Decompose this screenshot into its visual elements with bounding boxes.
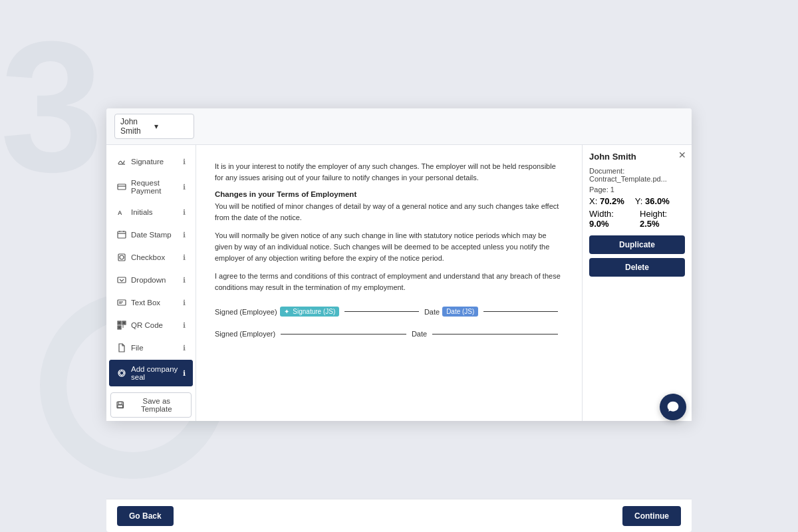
sig-badge-employee[interactable]: ✦ Signature (JS) bbox=[280, 307, 340, 317]
sidebar-item-qr-code[interactable]: QR Code ℹ bbox=[109, 315, 193, 336]
save-template-label: Save as Template bbox=[128, 397, 186, 413]
sidebar-item-company-seal[interactable]: Add company seal ℹ bbox=[109, 360, 193, 386]
doc-section-heading: Changes in your Terms of Employment bbox=[215, 190, 563, 198]
sig-star-icon: ✦ bbox=[284, 308, 289, 315]
info-icon-file: ℹ bbox=[183, 344, 186, 352]
date-line-employer bbox=[432, 334, 558, 334]
svg-point-23 bbox=[120, 371, 124, 375]
sig-line-employer bbox=[281, 334, 406, 334]
info-icon-qr: ℹ bbox=[183, 321, 186, 330]
doc-para2: You will normally be given notice of any… bbox=[215, 230, 563, 264]
svg-rect-1 bbox=[118, 184, 126, 190]
panel-y-label: Y: 36.0% bbox=[635, 196, 670, 206]
panel-dims: Width: 9.0%Height: 2.5% bbox=[589, 209, 685, 229]
panel-coords: X: 70.2%Y: 36.0% bbox=[589, 196, 685, 206]
info-icon-dropdown: ℹ bbox=[183, 276, 186, 285]
sidebar-item-date-stamp[interactable]: Date Stamp ℹ bbox=[109, 224, 193, 245]
date-badge-label: Date (JS) bbox=[446, 308, 474, 315]
toolbar: John Smith ▾ bbox=[106, 108, 692, 145]
continue-button[interactable]: Continue bbox=[622, 506, 681, 526]
initials-icon: A bbox=[116, 207, 127, 217]
date-label-2: Date bbox=[412, 330, 427, 338]
sidebar-item-checkbox-label: Checkbox bbox=[131, 253, 182, 261]
sidebar-item-dropdown[interactable]: Dropdown ℹ bbox=[109, 269, 193, 291]
sig-line-employee bbox=[344, 311, 419, 312]
svg-rect-11 bbox=[118, 300, 126, 305]
duplicate-button[interactable]: Duplicate bbox=[589, 235, 685, 254]
sidebar-item-text-box[interactable]: Text Box ℹ bbox=[109, 292, 193, 313]
sidebar-item-signature[interactable]: Signature ℹ bbox=[109, 151, 193, 172]
panel-height-label: Height: 2.5% bbox=[640, 209, 685, 229]
date-label-1: Date bbox=[424, 308, 440, 316]
sidebar-item-file-label: File bbox=[131, 344, 182, 352]
chat-icon bbox=[666, 400, 680, 414]
signed-employer-label: Signed (Employer) bbox=[215, 330, 275, 338]
sidebar-item-dropdown-label: Dropdown bbox=[131, 276, 182, 284]
sidebar-item-qr-label: QR Code bbox=[131, 321, 182, 329]
svg-rect-19 bbox=[118, 327, 120, 329]
info-icon-textbox: ℹ bbox=[183, 299, 186, 307]
sidebar-item-file[interactable]: File ℹ bbox=[109, 337, 193, 358]
main-container: John Smith ▾ Signature ℹ bbox=[106, 108, 692, 421]
svg-rect-17 bbox=[123, 322, 125, 324]
footer: Go Back Continue bbox=[106, 499, 692, 532]
body-layout: Signature ℹ Request Payment ℹ A bbox=[106, 145, 692, 421]
panel-page-field: Page: 1 bbox=[589, 186, 685, 194]
signature-area: Signed (Employee) ✦ Signature (JS) Date … bbox=[215, 307, 563, 338]
doc-intro-text: It is in your interest to notify the emp… bbox=[215, 161, 563, 184]
chat-button[interactable] bbox=[660, 394, 686, 420]
close-icon[interactable]: ✕ bbox=[678, 150, 686, 160]
signed-employee-label: Signed (Employee) bbox=[215, 308, 277, 316]
info-icon-seal: ℹ bbox=[183, 369, 186, 378]
go-back-button[interactable]: Go Back bbox=[117, 506, 174, 526]
delete-button[interactable]: Delete bbox=[589, 258, 685, 277]
svg-rect-15 bbox=[118, 322, 120, 324]
doc-page: It is in your interest to notify the emp… bbox=[196, 145, 582, 421]
sidebar-item-initials[interactable]: A Initials ℹ bbox=[109, 201, 193, 223]
checkbox-icon bbox=[116, 252, 127, 263]
panel-document-field: Document: Contract_Template.pd... bbox=[589, 167, 685, 183]
payment-icon bbox=[116, 182, 127, 192]
sidebar-item-initials-label: Initials bbox=[131, 208, 182, 216]
sidebar-item-textbox-label: Text Box bbox=[131, 299, 182, 307]
sig-row-employer: Signed (Employer) Date bbox=[215, 330, 563, 338]
info-icon-initials: ℹ bbox=[183, 208, 186, 217]
svg-text:A: A bbox=[118, 209, 122, 216]
sidebar-item-checkbox[interactable]: Checkbox ℹ bbox=[109, 247, 193, 268]
save-template-button[interactable]: Save as Template bbox=[110, 392, 192, 418]
user-select[interactable]: John Smith ▾ bbox=[114, 114, 194, 139]
svg-rect-29 bbox=[118, 402, 122, 404]
file-icon bbox=[116, 342, 127, 353]
sidebar-item-signature-label: Signature bbox=[131, 158, 182, 166]
signature-icon bbox=[116, 156, 127, 167]
sig-row-employee: Signed (Employee) ✦ Signature (JS) Date … bbox=[215, 307, 563, 317]
svg-point-9 bbox=[120, 255, 124, 259]
right-panel: ✕ John Smith Document: Contract_Template… bbox=[582, 145, 692, 421]
seal-icon bbox=[116, 368, 127, 378]
panel-width-label: Width: 9.0% bbox=[589, 209, 632, 229]
doc-para3: I agree to the terms and conditions of t… bbox=[215, 271, 563, 293]
chevron-down-icon: ▾ bbox=[154, 122, 188, 131]
date-line-employee bbox=[483, 311, 558, 312]
textbox-icon bbox=[116, 297, 127, 308]
dropdown-icon bbox=[116, 275, 127, 285]
sidebar-item-date-label: Date Stamp bbox=[131, 231, 182, 239]
user-select-value: John Smith bbox=[120, 117, 154, 136]
svg-rect-4 bbox=[118, 231, 126, 238]
document-area: It is in your interest to notify the emp… bbox=[196, 145, 582, 421]
info-icon-signature: ℹ bbox=[183, 158, 186, 166]
info-icon-payment: ℹ bbox=[183, 183, 186, 192]
sidebar-item-seal-label: Add company seal bbox=[131, 365, 182, 381]
date-badge-employee[interactable]: Date (JS) bbox=[442, 307, 478, 317]
info-icon-date: ℹ bbox=[183, 231, 186, 239]
svg-rect-30 bbox=[118, 405, 123, 408]
qr-icon bbox=[116, 320, 127, 331]
panel-x-label: X: 70.2% bbox=[589, 196, 624, 206]
sidebar-item-request-payment[interactable]: Request Payment ℹ bbox=[109, 174, 193, 200]
save-template-icon bbox=[116, 401, 124, 409]
sidebar-item-payment-label: Request Payment bbox=[131, 179, 182, 195]
panel-title: John Smith bbox=[589, 152, 685, 162]
date-icon bbox=[116, 229, 127, 240]
sig-badge-label: Signature (JS) bbox=[293, 308, 335, 315]
info-icon-checkbox: ℹ bbox=[183, 253, 186, 262]
